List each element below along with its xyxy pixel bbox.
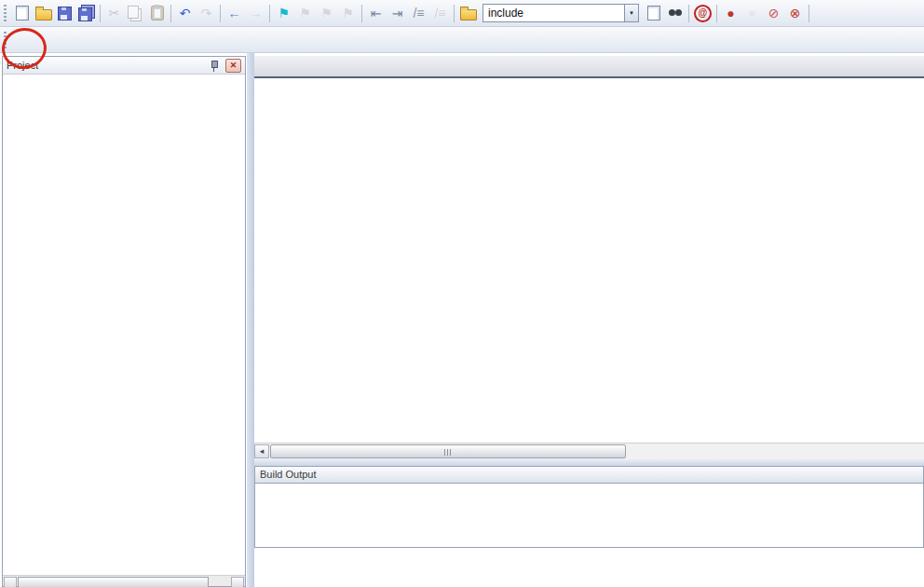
toolbar-separator <box>100 5 101 22</box>
toolbar-separator <box>170 5 171 22</box>
build-toolbar <box>0 27 924 53</box>
undo-icon-glyph: ↶ <box>180 7 191 20</box>
toolbar-separator <box>269 5 270 22</box>
browse-symbols-icon[interactable]: @ <box>692 3 713 23</box>
toolbar-separator <box>716 5 717 22</box>
save-icon-glyph <box>58 7 72 20</box>
editor-area <box>254 56 924 459</box>
keil-uvision-window: { "toolbars": { "search_value": "include… <box>0 0 924 587</box>
navigate-forward-icon-glyph: → <box>250 7 263 20</box>
toggle-breakpoint-icon[interactable]: ● <box>720 3 741 23</box>
unindent-icon[interactable]: ⇤ <box>365 3 387 23</box>
incremental-find-icon[interactable] <box>664 3 686 23</box>
save-all-icon[interactable] <box>75 3 97 23</box>
toolbar-separator <box>361 5 362 22</box>
indent-icon-glyph: ⇥ <box>392 7 403 20</box>
bookmark-clear-icon-glyph: ⚑ <box>342 7 354 20</box>
project-panel-title: Project <box>7 60 210 71</box>
toolbar-separator <box>454 5 455 22</box>
enable-breakpoint-icon[interactable]: ● <box>741 3 763 23</box>
copy-icon[interactable] <box>125 3 146 23</box>
project-panel-header: Project <box>3 57 245 75</box>
open-file-icon[interactable] <box>33 3 54 23</box>
navigate-back-icon[interactable]: ← <box>224 3 245 23</box>
find-in-files-icon[interactable] <box>643 3 664 23</box>
file-toolbar: ✂↶↷←→⚑⚑⚑⚑⇤⇥/≡/≡include@●●⊘⊗ <box>0 0 924 27</box>
find-in-files-icon-glyph <box>647 6 660 20</box>
bookmark-clear-icon[interactable]: ⚑ <box>337 3 359 23</box>
scroll-left-icon[interactable] <box>254 444 269 458</box>
save-icon[interactable] <box>54 3 75 23</box>
unindent-icon-glyph: ⇤ <box>371 7 382 20</box>
redo-icon-glyph: ↷ <box>201 7 212 20</box>
navigate-forward-icon[interactable]: → <box>245 3 266 23</box>
bookmark-next-icon-glyph: ⚑ <box>320 7 333 20</box>
build-output-panel: Build Output <box>254 466 924 548</box>
uncomment-selection-icon-glyph: /≡ <box>434 7 445 20</box>
pin-icon[interactable] <box>210 60 219 72</box>
paste-icon-glyph <box>151 6 164 20</box>
toggle-breakpoint-icon-glyph: ● <box>727 7 734 20</box>
toolbar-separator <box>688 5 689 22</box>
scrollbar-thumb[interactable] <box>270 444 626 458</box>
comment-selection-icon[interactable]: /≡ <box>408 3 429 23</box>
panel-splitter[interactable] <box>247 53 254 587</box>
find-in-files-folder-icon-glyph <box>460 9 477 20</box>
enable-breakpoint-icon-glyph: ● <box>748 7 755 20</box>
kill-all-breakpoints-icon-glyph: ⊗ <box>790 7 801 20</box>
disable-all-breakpoints-icon[interactable]: ⊘ <box>763 3 784 23</box>
open-file-icon-glyph <box>35 9 52 20</box>
search-text-combobox[interactable]: include <box>482 4 639 22</box>
toolbar-separator <box>808 5 809 22</box>
find-in-files-folder-icon[interactable] <box>457 3 479 23</box>
code-editor[interactable] <box>254 78 924 444</box>
new-file-icon[interactable] <box>11 3 33 23</box>
editor-horizontal-scrollbar[interactable] <box>254 443 924 459</box>
toolbar-grip[interactable] <box>4 5 7 21</box>
new-file-icon-glyph <box>16 6 29 20</box>
disable-all-breakpoints-icon-glyph: ⊘ <box>768 7 780 20</box>
bookmark-prev-icon[interactable]: ⚑ <box>294 3 316 23</box>
scrollbar-thumb[interactable] <box>18 577 209 587</box>
search-text-combobox-value: include <box>483 7 523 20</box>
navigate-back-icon-glyph: ← <box>228 7 241 20</box>
project-tree <box>3 75 245 82</box>
redo-icon[interactable]: ↷ <box>196 3 217 23</box>
project-panel: Project <box>2 56 246 587</box>
output-splitter[interactable] <box>254 459 924 466</box>
bookmark-toggle-icon-glyph: ⚑ <box>278 7 290 20</box>
browse-symbols-icon-glyph: @ <box>694 5 712 22</box>
bookmark-next-icon[interactable]: ⚑ <box>316 3 337 23</box>
scroll-right-icon[interactable] <box>231 577 244 587</box>
toolbar-grip[interactable] <box>4 32 7 48</box>
toolbar-separator <box>220 5 221 22</box>
chevron-down-icon[interactable] <box>624 5 638 21</box>
comment-selection-icon-glyph: /≡ <box>413 7 424 20</box>
document-tab-bar <box>254 56 924 78</box>
copy-icon-glyph <box>128 6 139 19</box>
project-horizontal-scrollbar[interactable] <box>3 575 245 586</box>
kill-all-breakpoints-icon[interactable]: ⊗ <box>784 3 806 23</box>
bookmark-prev-icon-glyph: ⚑ <box>299 7 311 20</box>
cut-icon[interactable]: ✂ <box>103 3 125 23</box>
save-all-icon-glyph <box>78 7 92 21</box>
uncomment-selection-icon[interactable]: /≡ <box>429 3 451 23</box>
paste-icon[interactable] <box>146 3 168 23</box>
indent-icon[interactable]: ⇥ <box>387 3 408 23</box>
incremental-find-icon-glyph <box>669 9 682 18</box>
build-output-title: Build Output <box>255 467 923 484</box>
scroll-left-icon[interactable] <box>4 577 17 587</box>
build-output-log[interactable] <box>255 484 923 489</box>
bookmark-toggle-icon[interactable]: ⚑ <box>273 3 294 23</box>
undo-icon[interactable]: ↶ <box>174 3 196 23</box>
close-icon[interactable] <box>225 59 241 73</box>
file-toolbar-items: ✂↶↷←→⚑⚑⚑⚑⇤⇥/≡/≡include@●●⊘⊗ <box>11 0 812 26</box>
cut-icon-glyph: ✂ <box>109 7 120 20</box>
